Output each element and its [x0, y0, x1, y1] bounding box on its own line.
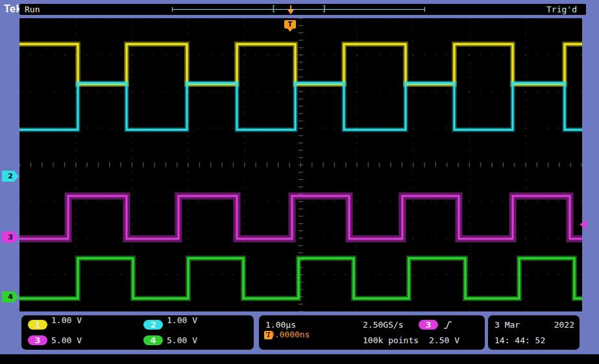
bottom-strip: [0, 354, 599, 364]
acquisition-status: Run: [25, 5, 40, 14]
horizontal-trigger-readout-box: 1.00µs 2.50GS/s 3 T→▼70.0000ns 100k poin…: [259, 315, 485, 350]
timebase-readout: 1.00µs: [265, 320, 296, 330]
ch2-badge: 2: [143, 320, 163, 330]
record-start-tick: [172, 7, 173, 12]
year-readout: 2022: [554, 320, 574, 330]
time-readout: 14: 44: 52: [495, 335, 545, 346]
ch3-position-marker: 3: [2, 232, 19, 243]
expand-bracket-left-icon: [: [271, 5, 276, 14]
waveform-display: [19, 18, 582, 311]
trigger-level-readout: 2.50 V: [429, 335, 459, 346]
trigger-level-marker: [580, 220, 587, 229]
datetime-readout-box: 3 Mar 2022 14: 44: 52: [488, 315, 580, 350]
trigger-status: Trig'd: [546, 5, 577, 14]
ch1-trace-halo: [19, 44, 582, 84]
date-readout: 3 Mar: [495, 320, 520, 330]
ch1-scale: 1.00 V: [51, 315, 82, 326]
oscilloscope-screen: Tek Run [ ] Trig'd T 2 3 4 1 1.00 V 2 1.…: [0, 0, 599, 364]
ch1-badge: 1: [28, 320, 47, 330]
ch2-position-marker: 2: [2, 171, 19, 182]
expand-bracket-right-icon: ]: [322, 5, 326, 14]
trigger-position-marker: T: [284, 20, 296, 29]
ch2-scale: 1.00 V: [167, 315, 197, 326]
ch1-trace: [19, 44, 582, 84]
trigger-position-arrow-icon: [287, 10, 294, 14]
trigger-source-badge: 3: [419, 320, 438, 330]
acquisition-bar: Run [ ] Trig'd: [19, 4, 586, 15]
record-view-line: [172, 9, 425, 10]
rising-slope-icon: [443, 321, 452, 330]
sample-rate-readout: 2.50GS/s: [363, 320, 404, 330]
ch3-scale: 5.00 V: [51, 335, 82, 346]
ch4-scale: 5.00 V: [167, 335, 197, 346]
ch4-badge: 4: [143, 335, 163, 345]
record-length-readout: 100k points: [363, 335, 419, 346]
horizontal-position-value: 70.0000ns: [264, 330, 310, 340]
record-end-tick: [424, 7, 425, 12]
channel-readout-box: 1 1.00 V 2 1.00 V 3 5.00 V 4 5.00 V: [21, 315, 254, 350]
ch4-trace-halo: [19, 258, 582, 298]
ch4-position-marker: 4: [2, 291, 19, 302]
graticule: T: [19, 18, 582, 311]
ch3-badge: 3: [28, 335, 47, 345]
